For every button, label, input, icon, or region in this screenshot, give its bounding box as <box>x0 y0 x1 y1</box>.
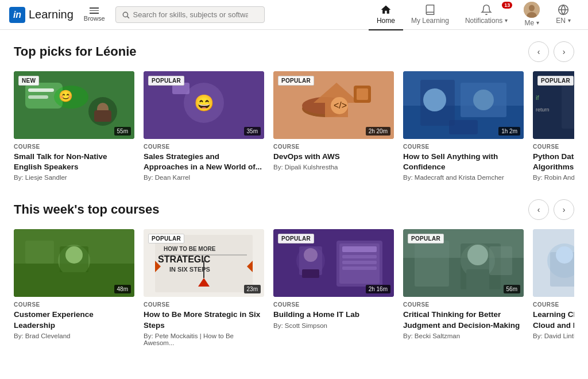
card-thumb-devops: </> POPULAR 2h 20m <box>273 71 394 139</box>
svg-rect-67 <box>302 269 319 278</box>
main-content: Top picks for Léonie ‹ › <box>0 30 588 358</box>
card-meta-it: COURSE Building a Home IT Lab By: Scott … <box>273 301 394 328</box>
nav-item-home[interactable]: Home <box>369 0 403 30</box>
card-sales-strategies[interactable]: 😄 POPULAR 35m COURSE Sales Strategies an… <box>144 71 264 181</box>
card-author-small-talk: By: Liesje Sandler <box>14 174 134 181</box>
search-input[interactable] <box>133 10 248 19</box>
nav-item-notifications[interactable]: 13 Notifications ▾ <box>457 0 516 30</box>
svg-text:😊: 😊 <box>59 89 73 103</box>
svg-text:</>: </> <box>334 100 347 110</box>
svg-rect-35 <box>449 120 478 134</box>
top-courses-section: This week's top courses ‹ › <box>14 199 574 346</box>
svg-point-79 <box>556 246 573 264</box>
svg-text:HOW TO BE MORE: HOW TO BE MORE <box>164 246 216 252</box>
card-type-small-talk: COURSE <box>14 144 134 150</box>
me-chevron-icon: ▾ <box>536 20 539 26</box>
svg-rect-46 <box>25 241 54 264</box>
logo-text: Learning <box>29 8 74 21</box>
card-devops[interactable]: </> POPULAR 2h 20m COURSE DevOps with AW… <box>273 71 394 181</box>
card-title-sales: Sales Strategies and Approaches in a New… <box>144 152 264 172</box>
card-meta-sell: COURSE How to Sell Anything with Confide… <box>403 144 524 181</box>
card-duration-it: 2h 16m <box>366 285 390 293</box>
card-type-python: COURSE <box>533 144 574 150</box>
svg-rect-74 <box>415 241 449 287</box>
card-home-it[interactable]: POPULAR 2h 16m COURSE Building a Home IT… <box>273 229 394 346</box>
card-thumb-cx: 48m <box>14 229 134 297</box>
notification-badge: 13 <box>502 2 512 9</box>
card-meta-devops: COURSE DevOps with AWS By: Dipali Kulshr… <box>273 144 394 171</box>
top-courses-title: This week's top courses <box>14 202 159 217</box>
thumb-image-cloud <box>533 229 574 297</box>
card-title-devops: DevOps with AWS <box>273 152 394 162</box>
card-small-talk[interactable]: 😊 NEW 55m COURSE Small Talk for Non-Nati… <box>14 71 134 181</box>
card-type-strategic: COURSE <box>144 301 264 308</box>
card-thumb-cloud <box>533 229 574 297</box>
svg-point-3 <box>529 5 535 11</box>
browse-button[interactable]: Browse <box>80 5 109 24</box>
card-badge-devops: POPULAR <box>278 76 314 86</box>
card-sell-anything[interactable]: 1h 2m COURSE How to Sell Anything with C… <box>403 71 524 181</box>
nav-item-language[interactable]: EN ▾ <box>548 0 579 30</box>
top-courses-next-button[interactable]: › <box>554 199 574 220</box>
svg-rect-61 <box>342 255 377 258</box>
top-picks-header: Top picks for Léonie ‹ › <box>14 41 574 62</box>
linkedin-logo: in <box>9 7 25 23</box>
card-type-cloud: COURSE <box>533 301 574 308</box>
card-duration-strategic: 23m <box>244 285 261 293</box>
card-meta-sales: COURSE Sales Strategies and Approaches i… <box>144 144 264 181</box>
book-icon <box>424 4 436 16</box>
svg-text:if: if <box>536 94 539 101</box>
card-title-python: Python Data S... Algorithms <box>533 152 574 172</box>
main-nav: Home My Learning 13 Notifications ▾ <box>369 0 579 33</box>
svg-line-1 <box>127 16 129 18</box>
svg-rect-73 <box>466 269 489 292</box>
nav-item-me[interactable]: Me ▾ <box>516 0 548 33</box>
top-picks-section: Top picks for Léonie ‹ › <box>14 41 574 181</box>
nav-item-my-learning[interactable]: My Learning <box>403 0 457 30</box>
top-picks-next-button[interactable]: › <box>554 41 574 62</box>
svg-rect-39 <box>562 83 574 129</box>
card-title-sell: How to Sell Anything with Confidence <box>403 152 524 172</box>
top-courses-prev-button[interactable]: ‹ <box>528 199 549 220</box>
svg-point-72 <box>467 245 488 265</box>
card-python[interactable]: if return POPULAR COURSE Python Data S..… <box>533 71 574 181</box>
card-author-cloud: By: David Linthicu... <box>533 332 574 339</box>
svg-text:😄: 😄 <box>194 94 214 113</box>
top-picks-prev-button[interactable]: ‹ <box>528 41 549 62</box>
card-meta-strategic: COURSE How to Be More Strategic in Six S… <box>144 301 264 346</box>
svg-text:STRATEGIC: STRATEGIC <box>158 254 211 264</box>
card-type-cx: COURSE <box>14 301 134 308</box>
logo-link[interactable]: in Learning <box>9 7 74 23</box>
card-title-strategic: How to Be More Strategic in Six Steps <box>144 310 264 330</box>
card-duration-critical: 56m <box>504 285 520 293</box>
card-badge-python: POPULAR <box>537 76 574 86</box>
card-badge-critical: POPULAR <box>408 234 444 243</box>
card-duration-devops: 2h 20m <box>366 127 390 136</box>
card-title-cloud: Learning Clou... Cloud and De... <box>533 310 574 330</box>
nav-label-notifications: Notifications ▾ <box>465 17 508 25</box>
card-author-devops: By: Dipali Kulshrestha <box>273 164 394 171</box>
card-strategic[interactable]: HOW TO BE MORE STRATEGIC IN SIX STEPS PO… <box>144 229 264 346</box>
search-bar <box>115 6 265 23</box>
card-author-sales: By: Dean Karrel <box>144 174 264 181</box>
card-thumb-small-talk: 😊 NEW 55m <box>14 71 134 139</box>
avatar-image <box>524 2 540 18</box>
card-thumb-it: POPULAR 2h 16m <box>273 229 394 297</box>
card-learning-cloud[interactable]: COURSE Learning Clou... Cloud and De... … <box>533 229 574 346</box>
card-author-strategic: By: Pete Mockaitis | How to Be Awesom... <box>144 332 264 346</box>
card-type-sales: COURSE <box>144 144 264 150</box>
svg-rect-62 <box>342 261 377 264</box>
card-customer-experience[interactable]: 48m COURSE Customer Experience Leadershi… <box>14 229 134 346</box>
svg-point-32 <box>423 88 446 111</box>
avatar <box>524 2 540 18</box>
svg-rect-8 <box>28 88 54 92</box>
top-picks-nav-arrows: ‹ › <box>528 41 574 62</box>
card-type-critical: COURSE <box>403 301 524 308</box>
card-duration-cx: 48m <box>114 285 131 293</box>
svg-rect-60 <box>342 246 377 252</box>
card-author-cx: By: Brad Cleveland <box>14 332 134 339</box>
svg-text:return: return <box>536 107 550 113</box>
svg-rect-12 <box>94 110 111 122</box>
card-critical-thinking[interactable]: POPULAR 56m COURSE Critical Thinking for… <box>403 229 524 346</box>
top-courses-cards: 48m COURSE Customer Experience Leadershi… <box>14 229 574 346</box>
